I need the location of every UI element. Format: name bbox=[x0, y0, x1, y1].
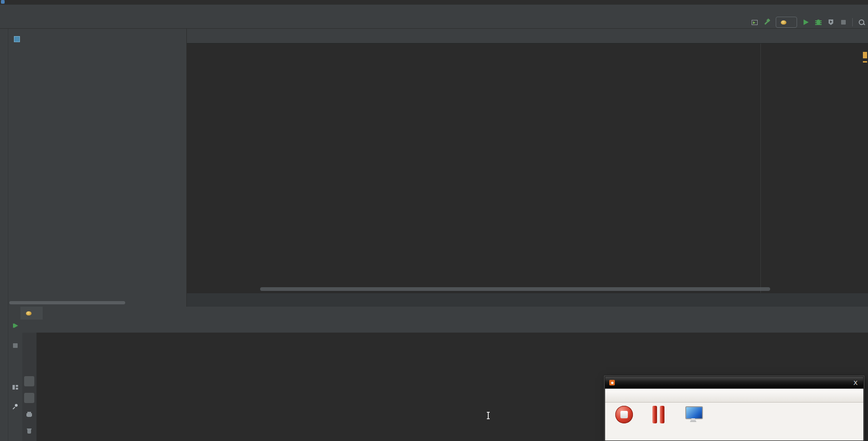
code-editor[interactable] bbox=[187, 44, 868, 286]
project-view-icon bbox=[13, 35, 20, 43]
app-icon bbox=[1, 0, 5, 4]
project-panel-header bbox=[8, 29, 186, 49]
pause-recording-button[interactable] bbox=[651, 406, 665, 425]
run-configuration-select[interactable] bbox=[776, 17, 797, 28]
layout-icon[interactable] bbox=[12, 384, 19, 391]
menu-bar bbox=[0, 5, 868, 16]
editor-breadcrumbs bbox=[187, 293, 868, 307]
run-with-coverage-button[interactable] bbox=[827, 19, 835, 26]
run-panel-tabs bbox=[8, 320, 868, 333]
ocam-logo-icon bbox=[609, 379, 616, 386]
screen-capture-icon bbox=[684, 406, 703, 423]
run-configuration-tab[interactable] bbox=[20, 307, 43, 320]
ocam-toolbar bbox=[605, 403, 863, 425]
pin-tab-icon[interactable] bbox=[12, 403, 19, 410]
clear-console-icon[interactable] bbox=[26, 428, 33, 435]
screen-capture-button[interactable] bbox=[684, 406, 703, 425]
run-left-toolbar bbox=[8, 322, 22, 410]
pause-record-icon bbox=[651, 406, 665, 423]
ide-screen: X bbox=[0, 0, 868, 441]
toolbar-right bbox=[751, 16, 865, 29]
error-stripe-mark[interactable] bbox=[863, 61, 867, 63]
right-margin-guide bbox=[760, 44, 761, 301]
close-button[interactable]: X bbox=[851, 379, 860, 386]
toolbar-divider bbox=[852, 18, 853, 26]
rerun-server-button[interactable] bbox=[12, 322, 19, 330]
project-tool-window bbox=[8, 29, 187, 307]
debug-button[interactable] bbox=[815, 19, 822, 26]
error-stripe-mark[interactable] bbox=[863, 52, 867, 58]
ocam-tabs bbox=[605, 389, 863, 403]
run-button[interactable] bbox=[802, 19, 810, 26]
editor-horizontal-scrollbar[interactable] bbox=[260, 287, 770, 291]
tool-window-stripe bbox=[0, 29, 8, 441]
stop-recording-button[interactable] bbox=[615, 406, 633, 425]
project-horizontal-scrollbar[interactable] bbox=[9, 301, 125, 304]
editor-area bbox=[187, 29, 868, 307]
toolwindow-icon[interactable] bbox=[751, 19, 758, 26]
tomcat-icon bbox=[780, 19, 787, 26]
tomcat-icon bbox=[25, 309, 32, 317]
ocam-window: X bbox=[605, 376, 864, 441]
main-toolbar bbox=[0, 16, 868, 29]
search-everywhere-icon[interactable] bbox=[858, 19, 865, 26]
stop-button[interactable] bbox=[840, 19, 847, 26]
build-hammer-icon[interactable] bbox=[763, 19, 771, 26]
mouse-cursor bbox=[488, 412, 489, 419]
stop-server-button[interactable] bbox=[12, 342, 19, 349]
console-toolbar bbox=[22, 333, 36, 441]
run-panel-header bbox=[8, 307, 868, 320]
window-titlebar bbox=[0, 0, 868, 5]
stop-record-icon bbox=[615, 406, 633, 423]
editor-tab-bar bbox=[187, 29, 868, 44]
print-icon[interactable] bbox=[26, 411, 33, 418]
ocam-titlebar[interactable]: X bbox=[605, 377, 863, 389]
